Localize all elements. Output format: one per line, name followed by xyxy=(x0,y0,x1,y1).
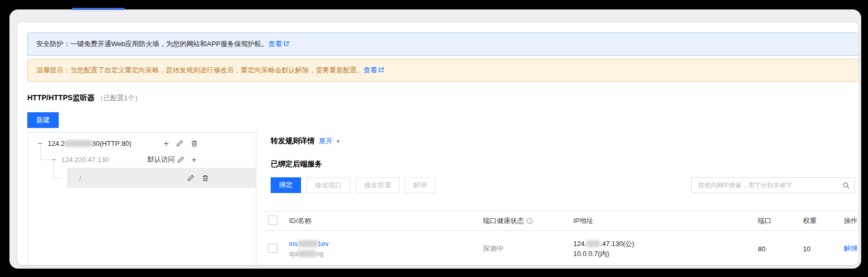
select-all-checkbox[interactable] xyxy=(268,216,277,225)
create-listener-button[interactable]: 新建 xyxy=(27,112,59,128)
rule-detail-panel: 转发规则详情 展开 ▾ 已绑定后端服务 绑定 修改端口 修改权重 解绑 xyxy=(256,132,859,265)
edit-domain-icon[interactable] xyxy=(177,156,185,164)
header-id-name: ID/名称 xyxy=(287,216,481,226)
table-header-row: ID/名称 端口健康状态 IP地址 端口 权重 操作 xyxy=(264,211,859,231)
search-input[interactable] xyxy=(697,181,842,189)
blurred-text xyxy=(65,140,92,147)
cell-weight: 10 xyxy=(800,245,842,253)
tree-node-url-selected[interactable]: / xyxy=(28,168,256,188)
info-icon[interactable] xyxy=(526,217,533,225)
rule-detail-title: 转发规则详情 xyxy=(271,136,315,146)
domain-label: 124.220.47.130 xyxy=(61,156,109,164)
instance-name: djang xyxy=(289,249,481,259)
security-banner-view-link[interactable]: 查看 xyxy=(269,39,290,49)
modify-weight-button[interactable]: 修改权重 xyxy=(356,177,400,193)
search-icon[interactable] xyxy=(842,182,850,189)
delete-listener-icon[interactable] xyxy=(190,140,198,147)
tip-banner-view-link[interactable]: 查看 xyxy=(363,66,384,75)
private-ip: 10.0.0.7(内) xyxy=(573,249,755,259)
blurred-text xyxy=(298,240,318,247)
bind-button[interactable]: 绑定 xyxy=(271,177,301,193)
console-page-background: 安全防护：一键免费开通Web应用防火墙，为您的网站和APP服务保驾护航。 查看 … xyxy=(9,9,861,269)
listener-count-label: （已配置1个） xyxy=(97,94,141,102)
external-link-icon xyxy=(378,67,384,73)
bound-services-toolbar: 绑定 修改端口 修改权重 解绑 xyxy=(271,177,859,193)
blurred-text xyxy=(586,240,600,247)
expand-link[interactable]: 展开 xyxy=(319,136,333,146)
page-title: HTTP/HTTPS监听器 xyxy=(27,93,94,102)
security-banner-text: 安全防护：一键免费开通Web应用防火墙，为您的网站和APP服务保驾护航。 xyxy=(36,39,269,49)
add-rule-icon[interactable]: + xyxy=(164,139,169,148)
modify-port-button[interactable]: 修改端口 xyxy=(306,177,350,193)
listener-card: 安全防护：一键免费开通Web应用防火墙，为您的网站和APP服务保驾护航。 查看 … xyxy=(17,23,859,265)
collapse-icon[interactable]: − xyxy=(51,155,59,164)
cell-port: 80 xyxy=(755,245,800,253)
table-row: ins1ev djang 探测中 124..47.130(公) 10.0.0.7… xyxy=(264,231,859,265)
header-port: 端口 xyxy=(755,216,800,226)
url-path-label: / xyxy=(79,174,81,182)
selected-row-highlight xyxy=(67,168,256,188)
cell-ip: 124..47.130(公) 10.0.0.7(内) xyxy=(571,239,755,259)
unbind-button[interactable]: 解绑 xyxy=(405,177,435,193)
listener-label: 124.230(HTTP:80) xyxy=(48,140,132,147)
security-banner: 安全防护：一键免费开通Web应用防火墙，为您的网站和APP服务保驾护航。 查看 xyxy=(27,33,859,56)
default-access-label: 默认访问 xyxy=(147,155,175,164)
header-ip: IP地址 xyxy=(571,216,755,226)
instance-id-link[interactable]: ins1ev xyxy=(289,239,481,249)
blurred-text xyxy=(298,250,316,257)
bound-services-title: 已绑定后端服务 xyxy=(271,159,859,169)
listener-section-title: HTTP/HTTPS监听器 （已配置1个） xyxy=(27,93,859,103)
tree-node-listener[interactable]: − 124.230(HTTP:80) + xyxy=(28,135,256,151)
header-weight: 权重 xyxy=(800,216,842,226)
active-tab-indicator xyxy=(72,8,125,10)
collapse-icon[interactable]: − xyxy=(38,139,45,147)
cell-id-name: ins1ev djang xyxy=(287,239,481,259)
chevron-down-icon[interactable]: ▾ xyxy=(337,138,340,145)
tree-node-domain[interactable]: − 124.220.47.130 默认访问 + xyxy=(28,151,256,168)
public-ip: 124..47.130(公) xyxy=(573,239,755,249)
tip-banner: 温馨提示：当您配置了自定义重定向策略，原转发规则进行修改后，重定向策略会默认解除… xyxy=(27,59,859,82)
edit-url-icon[interactable] xyxy=(187,174,195,182)
external-link-icon xyxy=(283,40,290,47)
backend-search-box[interactable] xyxy=(691,177,855,193)
row-checkbox[interactable] xyxy=(268,243,277,253)
listener-tree-panel: − 124.230(HTTP:80) + − 124.220.47.130 默认… xyxy=(28,132,256,265)
backend-services-table: ID/名称 端口健康状态 IP地址 端口 权重 操作 ins1ev xyxy=(264,211,859,265)
cell-health-status: 探测中 xyxy=(481,244,571,253)
header-health: 端口健康状态 xyxy=(481,216,571,226)
edit-listener-icon[interactable] xyxy=(176,140,184,147)
tip-banner-text: 温馨提示：当您配置了自定义重定向策略，原转发规则进行修改后，重定向策略会默认解除… xyxy=(36,66,363,75)
delete-url-icon[interactable] xyxy=(201,174,209,182)
row-unbind-link[interactable]: 解绑 xyxy=(844,244,858,252)
listener-main-area: − 124.230(HTTP:80) + − 124.220.47.130 默认… xyxy=(17,132,859,265)
add-url-icon[interactable]: + xyxy=(191,155,197,164)
header-action: 操作 xyxy=(842,216,859,226)
